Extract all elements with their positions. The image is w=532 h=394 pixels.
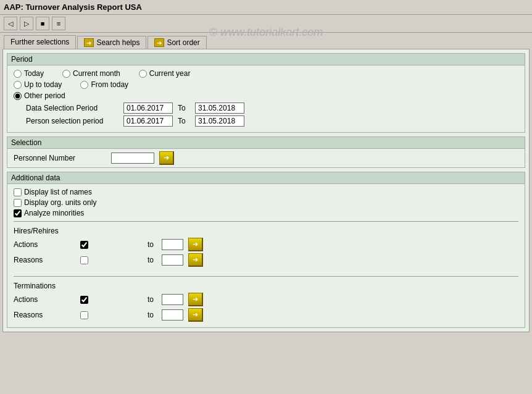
menu-icon[interactable]: ≡ <box>52 17 65 30</box>
person-selection-to-label: To <box>178 117 190 125</box>
hires-actions-checkbox[interactable] <box>80 241 88 249</box>
current-year-label: Current year <box>149 69 191 78</box>
tab-sort-order-arrow-icon: ➔ <box>154 38 164 47</box>
period-section-body: Today Current month Current year Up to t… <box>7 65 525 132</box>
period-section: Period Today Current month Current year <box>7 53 525 133</box>
tab-sort-order[interactable]: ➔ Sort order <box>148 36 206 49</box>
current-year-radio[interactable] <box>139 70 147 78</box>
radio-up-to-today[interactable]: Up to today <box>14 80 62 89</box>
personnel-number-arrow-btn[interactable]: ➔ <box>159 151 174 165</box>
divider-2 <box>14 276 518 277</box>
radio-from-today[interactable]: From today <box>80 80 128 89</box>
up-to-today-label: Up to today <box>24 80 62 89</box>
divider-1 <box>14 221 518 222</box>
additional-data-body: Display list of names Display org. units… <box>7 184 525 327</box>
term-actions-label: Actions <box>14 295 75 304</box>
display-list-names-item: Display list of names <box>14 188 518 196</box>
selection-row: Personnel Number ➔ <box>7 149 525 167</box>
term-reasons-row: Reasons to ➔ <box>14 308 518 322</box>
hires-reasons-checkbox[interactable] <box>80 256 88 264</box>
back-icon[interactable]: ◁ <box>4 17 17 30</box>
term-reasons-arrow-btn[interactable]: ➔ <box>188 308 203 322</box>
analyze-minorities-item: Analyze minorities <box>14 209 518 217</box>
hires-reasons-to-label: to <box>148 256 157 264</box>
person-selection-from-input[interactable] <box>123 115 173 127</box>
data-selection-from-input[interactable] <box>123 103 173 114</box>
hires-reasons-arrow-btn[interactable]: ➔ <box>188 253 203 267</box>
term-actions-checkbox[interactable] <box>80 296 88 304</box>
current-month-label: Current month <box>73 69 120 78</box>
hires-reasons-to-input[interactable] <box>162 254 183 266</box>
save-icon[interactable]: ■ <box>36 17 49 30</box>
display-org-units-checkbox[interactable] <box>14 199 22 207</box>
data-selection-to-input[interactable] <box>195 103 244 114</box>
hires-reasons-label: Reasons <box>14 256 75 264</box>
hires-section: Hires/Rehires Actions to ➔ Reasons to ➔ <box>14 227 518 267</box>
up-to-today-radio[interactable] <box>14 81 22 89</box>
hires-actions-to-input[interactable] <box>162 239 183 250</box>
personnel-number-input[interactable] <box>111 153 154 164</box>
display-org-units-label: Display org. units only <box>24 198 96 207</box>
term-actions-arrow-btn[interactable]: ➔ <box>188 293 203 306</box>
person-selection-row: Person selection period To <box>26 115 518 127</box>
from-today-label: From today <box>91 80 128 89</box>
radio-other-period[interactable]: Other period <box>14 91 65 100</box>
analyze-minorities-label: Analyze minorities <box>24 209 84 217</box>
period-row-2: Up to today From today <box>14 80 518 89</box>
tab-search-helps-arrow-icon: ➔ <box>84 38 94 47</box>
tab-bar: Further selections ➔ Search helps ➔ Sort… <box>0 33 532 49</box>
term-actions-to-input[interactable] <box>162 294 183 305</box>
data-selection-to-label: To <box>178 104 190 112</box>
selection-section-header: Selection <box>7 137 525 149</box>
radio-today[interactable]: Today <box>14 69 44 78</box>
display-list-names-label: Display list of names <box>24 188 92 196</box>
tab-further-selections-label: Further selections <box>10 38 69 46</box>
app-title: AAP: Turnover Analysis Report USA <box>4 2 142 12</box>
personnel-number-label: Personnel Number <box>14 154 106 162</box>
today-label: Today <box>24 69 44 78</box>
person-selection-label: Person selection period <box>26 117 118 125</box>
term-reasons-checkbox[interactable] <box>80 311 88 319</box>
terminations-section: Terminations Actions to ➔ Reasons to ➔ <box>14 282 518 322</box>
hires-actions-label: Actions <box>14 240 75 249</box>
analyze-minorities-checkbox[interactable] <box>14 209 22 217</box>
main-content: Period Today Current month Current year <box>2 49 530 332</box>
person-selection-to-input[interactable] <box>195 115 244 127</box>
tab-further-selections[interactable]: Further selections <box>4 35 76 49</box>
period-row-1: Today Current month Current year <box>14 69 518 78</box>
radio-current-year[interactable]: Current year <box>139 69 191 78</box>
data-selection-row: Data Selection Period To <box>26 103 518 114</box>
period-section-header: Period <box>7 54 525 65</box>
term-actions-row: Actions to ➔ <box>14 293 518 306</box>
hires-actions-arrow-btn[interactable]: ➔ <box>188 238 203 251</box>
from-today-radio[interactable] <box>80 81 88 89</box>
hires-reasons-row: Reasons to ➔ <box>14 253 518 267</box>
other-period-radio[interactable] <box>14 92 22 100</box>
display-org-units-item: Display org. units only <box>14 198 518 207</box>
additional-data-section: Additional data Display list of names Di… <box>7 172 525 328</box>
hires-header: Hires/Rehires <box>14 227 518 235</box>
hires-actions-to-label: to <box>148 240 157 249</box>
tab-search-helps-label: Search helps <box>96 38 139 47</box>
period-row-3: Other period <box>14 91 518 100</box>
current-month-radio[interactable] <box>62 70 70 78</box>
term-reasons-to-input[interactable] <box>162 309 183 321</box>
data-selection-label: Data Selection Period <box>26 104 118 112</box>
spacer-1 <box>14 269 518 272</box>
term-reasons-to-label: to <box>148 311 157 319</box>
tab-search-helps[interactable]: ➔ Search helps <box>77 36 146 49</box>
hires-actions-row: Actions to ➔ <box>14 238 518 251</box>
display-list-names-checkbox[interactable] <box>14 188 22 196</box>
term-reasons-label: Reasons <box>14 311 75 319</box>
terminations-header: Terminations <box>14 282 518 290</box>
tab-sort-order-label: Sort order <box>167 38 199 47</box>
radio-current-month[interactable]: Current month <box>62 69 120 78</box>
forward-icon[interactable]: ▷ <box>20 17 33 30</box>
selection-section: Selection Personnel Number ➔ <box>7 136 525 168</box>
toolbar: ◁ ▷ ■ ≡ <box>0 15 532 33</box>
other-period-label: Other period <box>24 91 65 100</box>
today-radio[interactable] <box>14 70 22 78</box>
title-bar: AAP: Turnover Analysis Report USA <box>0 0 532 15</box>
additional-data-header: Additional data <box>7 172 525 184</box>
term-actions-to-label: to <box>148 295 157 304</box>
